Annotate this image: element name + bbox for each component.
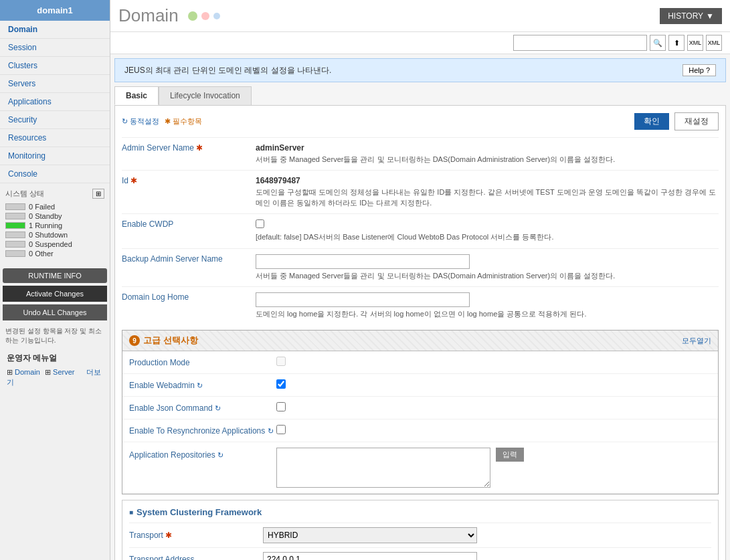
required-items-text: 필수항목 (173, 116, 202, 126)
sidebar-item-domain[interactable]: Domain (0, 21, 110, 39)
id-value: 1648979487 (256, 176, 719, 185)
sidebar-item-servers[interactable]: Servers (0, 75, 110, 93)
clustering-title: System Clustering Framework (129, 507, 711, 517)
cluster-label-transport-addr: Transport Address (129, 555, 263, 560)
enable-resync-checkbox[interactable] (276, 425, 286, 434)
undo-changes-button[interactable]: Undo ALL Changes (3, 304, 107, 320)
adv-value-webadmin (276, 379, 711, 391)
field-value-admin-server-name: adminServer 서버들 중 Managed Server들을 관리 및 … (256, 143, 719, 165)
adv-value-app-repos: 입력 (276, 448, 711, 488)
reset-button[interactable]: 재설정 (674, 112, 719, 130)
field-label-enable-cwdp: Enable CWDP (122, 219, 256, 242)
field-domain-log-home: Domain Log Home 도메인의 log home을 지정한다. 각 서… (122, 286, 719, 324)
field-label-id: Id ✱ (122, 176, 256, 208)
operator-domain-link[interactable]: Domain (15, 368, 40, 376)
sidebar-item-console[interactable]: Console (0, 165, 110, 183)
operator-section: 운영자 메뉴얼 ⊞ Domain ⊞ Server 더보기 (0, 349, 110, 391)
sidebar-item-security[interactable]: Security (0, 111, 110, 129)
clustering-section: System Clustering Framework Transport ✱ … (122, 500, 719, 560)
sidebar-item-resources[interactable]: Resources (0, 129, 110, 147)
advanced-toggle-button[interactable]: 모두열기 (682, 336, 711, 346)
production-mode-checkbox[interactable] (276, 357, 286, 366)
field-label-domain-log-home: Domain Log Home (122, 292, 256, 319)
tab-basic[interactable]: Basic (114, 86, 159, 105)
cluster-value-transport-addr (263, 552, 477, 560)
resync-refresh-icon: ↻ (268, 427, 274, 435)
status-running: 1 Running (5, 221, 104, 229)
status-standby: 0 Standby (5, 212, 104, 220)
sidebar: domain1 Domain Session Clusters Servers … (0, 0, 110, 560)
advanced-section: 9 고급 선택사항 모두열기 Production Mode (122, 330, 719, 494)
activate-changes-button[interactable]: Activate Changes (3, 286, 107, 302)
dot-pink (201, 12, 209, 20)
info-text: JEUS의 최대 관리 단위인 도메인 레벨의 설정을 나타낸다. (124, 65, 331, 76)
xml2-button[interactable]: XML (706, 35, 722, 51)
field-backup-admin-server: Backup Admin Server Name 서버들 중 Managed S… (122, 248, 719, 286)
main-title-area: Domain (118, 5, 220, 26)
required-items-label: ✱ 필수항목 (165, 116, 202, 126)
backup-admin-server-input[interactable] (256, 254, 470, 269)
adv-row-resync-apps: Enable To Resynchronize Applications ↻ (122, 419, 718, 442)
adv-row-webadmin: Enable Webadmin ↻ (122, 374, 718, 397)
history-arrow-icon: ▼ (706, 11, 714, 21)
help-button[interactable]: Help ? (682, 64, 716, 76)
sidebar-item-monitoring[interactable]: Monitoring (0, 147, 110, 165)
sidebar-nav: Domain Session Clusters Servers Applicat… (0, 21, 110, 183)
dot-green (188, 11, 197, 21)
status-other: 0 Other (5, 250, 104, 258)
history-label: HISTORY (668, 11, 703, 21)
cluster-value-transport: HYBRID UDP TCP (263, 527, 477, 543)
status-bar-suspended (5, 241, 25, 248)
status-bar-shutdown (5, 231, 25, 238)
adv-label-app-repos: Application Repositories ↻ (129, 448, 276, 460)
main-header: Domain HISTORY ▼ (110, 0, 730, 32)
sidebar-item-applications[interactable]: Applications (0, 93, 110, 111)
advanced-body: Production Mode Enable Webadmin ↻ (122, 351, 718, 494)
enable-json-command-checkbox[interactable] (276, 402, 286, 411)
enable-webadmin-checkbox[interactable] (276, 379, 286, 389)
cluster-label-transport: Transport ✱ (129, 531, 263, 540)
sidebar-item-session[interactable]: Session (0, 39, 110, 57)
form-toolbar-left: ↻ 동적설정 ✱ 필수항목 (122, 116, 629, 126)
status-suspended: 0 Suspended (5, 240, 104, 248)
tab-bar: Basic Lifecycle Invocation (114, 86, 726, 105)
operator-server-link[interactable]: Server (53, 368, 74, 376)
form-toolbar: ↻ 동적설정 ✱ 필수항목 확인 재설정 (122, 112, 719, 130)
sidebar-note: 변경된 설정 항목을 저장 및 최소하는 기능입니다. (0, 323, 110, 349)
app-repos-textarea[interactable] (276, 448, 490, 488)
search-button[interactable]: 🔍 (650, 35, 666, 51)
advanced-num: 9 (129, 335, 140, 346)
backup-admin-desc: 서버들 중 Managed Server들을 관리 및 모니터링하는 DAS(D… (256, 271, 719, 281)
adv-label-production-mode: Production Mode (129, 358, 276, 367)
status-bar-running (5, 222, 25, 229)
adv-value-resync-apps (276, 425, 711, 436)
search-toolbar: 🔍 ⬆ XML XML (110, 32, 730, 54)
field-enable-cwdp: Enable CWDP [default: false] DAS서버의 Base… (122, 213, 719, 248)
adv-value-json-command (276, 402, 711, 413)
search-input[interactable] (513, 35, 647, 51)
status-bar-failed (5, 203, 25, 210)
id-desc: 도메인을 구성할때 도메인의 정체성을 나타내는 유일한 ID를 지정한다. 같… (256, 187, 719, 208)
xml1-button[interactable]: XML (687, 35, 703, 51)
system-status-icon[interactable]: ⊞ (92, 189, 104, 199)
field-admin-server-name: Admin Server Name ✱ adminServer 서버들 중 Ma… (122, 137, 719, 170)
content-area: Basic Lifecycle Invocation ↻ 동적설정 ✱ 필수항목 (110, 86, 730, 560)
domain-log-home-desc: 도메인의 log home을 지정한다. 각 서버의 log home이 없으면… (256, 309, 719, 319)
confirm-button[interactable]: 확인 (634, 113, 669, 130)
transport-address-input[interactable] (263, 552, 477, 560)
status-failed: 0 Failed (5, 203, 104, 211)
system-status-header: 시스템 상태 ⊞ (5, 189, 104, 199)
upload-button[interactable]: ⬆ (668, 35, 685, 51)
webadmin-refresh-icon: ↻ (197, 381, 203, 389)
domain-log-home-input[interactable] (256, 292, 470, 307)
form-area: ↻ 동적설정 ✱ 필수항목 확인 재설정 Admin Server Nam (114, 105, 726, 560)
status-label-failed: 0 Failed (29, 203, 55, 211)
history-button[interactable]: HISTORY ▼ (660, 8, 722, 24)
app-repos-input-button[interactable]: 입력 (496, 448, 524, 462)
enable-cwdp-checkbox[interactable] (256, 219, 264, 228)
sidebar-item-clusters[interactable]: Clusters (0, 57, 110, 75)
field-value-id: 1648979487 도메인을 구성할때 도메인의 정체성을 나타내는 유일한 … (256, 176, 719, 208)
tab-lifecycle[interactable]: Lifecycle Invocation (159, 86, 252, 105)
field-id: Id ✱ 1648979487 도메인을 구성할때 도메인의 정체성을 나타내는… (122, 170, 719, 213)
transport-select[interactable]: HYBRID UDP TCP (263, 527, 477, 543)
